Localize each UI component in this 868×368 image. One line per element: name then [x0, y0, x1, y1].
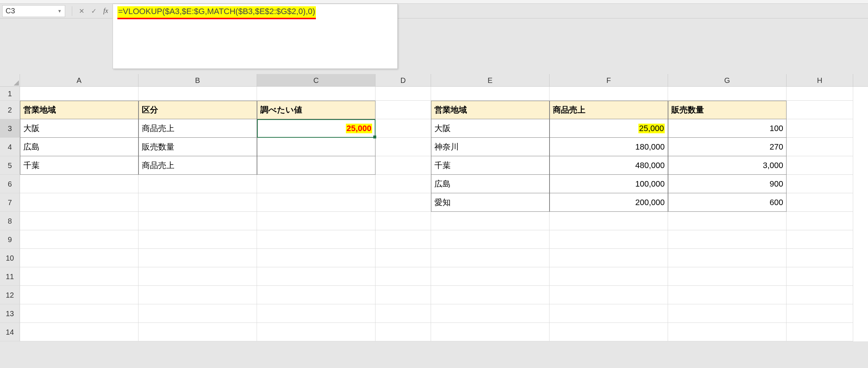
col-header-A[interactable]: A [20, 74, 138, 86]
cell-A7[interactable] [20, 193, 138, 212]
cell-D9[interactable] [375, 230, 431, 249]
cell-G8[interactable] [668, 212, 787, 230]
formula-input[interactable]: =VLOOKUP($A3,$E:$G,MATCH($B3,$E$2:$G$2,0… [113, 4, 398, 69]
cell-D7[interactable] [375, 193, 431, 212]
row-header-2[interactable]: 2 [0, 101, 20, 119]
row-header-7[interactable]: 7 [0, 193, 20, 212]
cell-F4[interactable]: 180,000 [550, 138, 668, 156]
cell-F13[interactable] [550, 304, 668, 323]
cell-D3[interactable] [375, 119, 431, 138]
cell-D10[interactable] [375, 249, 431, 267]
cell-F14[interactable] [550, 323, 668, 341]
cell-C13[interactable] [257, 304, 375, 323]
cell-B2[interactable]: 区分 [138, 101, 257, 119]
cell-B6[interactable] [138, 175, 257, 193]
cell-B13[interactable] [138, 304, 257, 323]
cell-C6[interactable] [257, 175, 375, 193]
cell-A11[interactable] [20, 267, 138, 286]
cell-G4[interactable]: 270 [668, 138, 787, 156]
cell-A9[interactable] [20, 230, 138, 249]
cell-A6[interactable] [20, 175, 138, 193]
col-header-E[interactable]: E [431, 74, 550, 86]
cell-H6[interactable] [787, 175, 853, 193]
cell-E7[interactable]: 愛知 [431, 193, 550, 212]
cell-C14[interactable] [257, 323, 375, 341]
cell-G9[interactable] [668, 230, 787, 249]
cell-F1[interactable] [550, 87, 668, 101]
row-header-3[interactable]: 3 [0, 119, 20, 138]
row-header-11[interactable]: 11 [0, 267, 20, 286]
cell-E13[interactable] [431, 304, 550, 323]
cell-G6[interactable]: 900 [668, 175, 787, 193]
cell-E11[interactable] [431, 267, 550, 286]
cell-F3[interactable]: 25,000 [550, 119, 668, 138]
cell-A12[interactable] [20, 286, 138, 304]
cell-F9[interactable] [550, 230, 668, 249]
cell-D12[interactable] [375, 286, 431, 304]
row-header-1[interactable]: 1 [0, 87, 20, 101]
cell-H14[interactable] [787, 323, 853, 341]
cell-G10[interactable] [668, 249, 787, 267]
cell-G3[interactable]: 100 [668, 119, 787, 138]
cell-A4[interactable]: 広島 [20, 138, 138, 156]
cell-C1[interactable] [257, 87, 375, 101]
cell-A8[interactable] [20, 212, 138, 230]
cell-F6[interactable]: 100,000 [550, 175, 668, 193]
cell-H12[interactable] [787, 286, 853, 304]
cell-H5[interactable] [787, 156, 853, 175]
cell-A13[interactable] [20, 304, 138, 323]
cell-H8[interactable] [787, 212, 853, 230]
enter-icon[interactable]: ✓ [91, 7, 97, 15]
cell-B12[interactable] [138, 286, 257, 304]
cell-B1[interactable] [138, 87, 257, 101]
cell-E2[interactable]: 営業地域 [431, 101, 550, 119]
cell-B10[interactable] [138, 249, 257, 267]
cell-G1[interactable] [668, 87, 787, 101]
cell-C2[interactable]: 調べたい値 [257, 101, 375, 119]
cell-D14[interactable] [375, 323, 431, 341]
cell-B3[interactable]: 商品売上 [138, 119, 257, 138]
row-header-5[interactable]: 5 [0, 156, 20, 175]
cell-H11[interactable] [787, 267, 853, 286]
cell-A3[interactable]: 大阪 [20, 119, 138, 138]
cell-C4[interactable] [257, 138, 375, 156]
cell-A1[interactable] [20, 87, 138, 101]
cell-H1[interactable] [787, 87, 853, 101]
cell-C9[interactable] [257, 230, 375, 249]
row-header-10[interactable]: 10 [0, 249, 20, 267]
cell-E6[interactable]: 広島 [431, 175, 550, 193]
cell-A5[interactable]: 千葉 [20, 156, 138, 175]
fx-icon[interactable]: fx [103, 7, 108, 15]
cell-H10[interactable] [787, 249, 853, 267]
col-header-G[interactable]: G [668, 74, 787, 86]
cell-E5[interactable]: 千葉 [431, 156, 550, 175]
cancel-icon[interactable]: ✕ [79, 7, 84, 15]
cell-D4[interactable] [375, 138, 431, 156]
cell-D5[interactable] [375, 156, 431, 175]
cell-D6[interactable] [375, 175, 431, 193]
cell-C7[interactable] [257, 193, 375, 212]
cell-H7[interactable] [787, 193, 853, 212]
col-header-F[interactable]: F [550, 74, 668, 86]
row-header-6[interactable]: 6 [0, 175, 20, 193]
cell-B11[interactable] [138, 267, 257, 286]
row-header-4[interactable]: 4 [0, 138, 20, 156]
cell-F7[interactable]: 200,000 [550, 193, 668, 212]
cell-C8[interactable] [257, 212, 375, 230]
cell-F8[interactable] [550, 212, 668, 230]
col-header-D[interactable]: D [375, 74, 431, 86]
cell-E12[interactable] [431, 286, 550, 304]
cell-E3[interactable]: 大阪 [431, 119, 550, 138]
col-header-C[interactable]: C [257, 74, 375, 86]
cell-D1[interactable] [375, 87, 431, 101]
cell-D2[interactable] [375, 101, 431, 119]
row-header-14[interactable]: 14 [0, 323, 20, 341]
cell-D11[interactable] [375, 267, 431, 286]
cell-B4[interactable]: 販売数量 [138, 138, 257, 156]
cell-E10[interactable] [431, 249, 550, 267]
cell-F5[interactable]: 480,000 [550, 156, 668, 175]
cell-E1[interactable] [431, 87, 550, 101]
cell-A10[interactable] [20, 249, 138, 267]
cell-C3[interactable]: 25,000 [257, 119, 375, 138]
row-header-12[interactable]: 12 [0, 286, 20, 304]
